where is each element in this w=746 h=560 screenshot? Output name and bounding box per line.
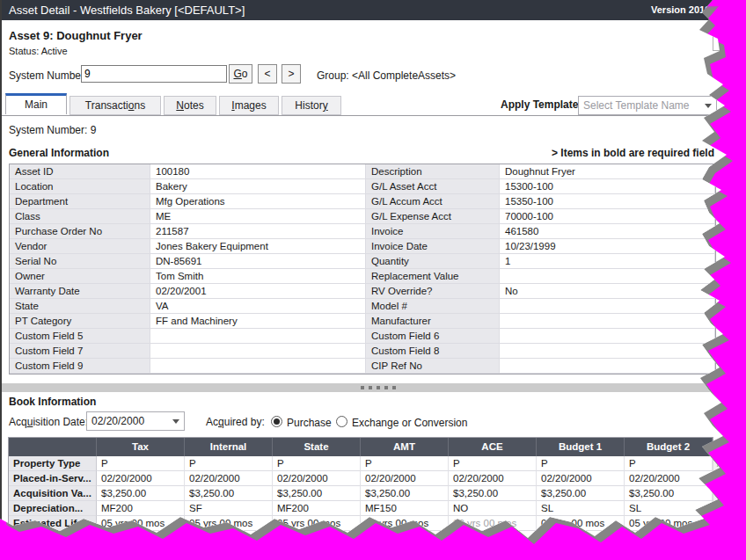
book-cell[interactable]: $3,250.00: [537, 486, 625, 501]
field-value[interactable]: 15350-100: [500, 194, 715, 209]
acquisition-date-combobox[interactable]: 02/20/2000: [86, 411, 185, 431]
book-cell[interactable]: $3,250.00: [97, 486, 185, 501]
field-value[interactable]: [500, 329, 715, 344]
field-value[interactable]: VA: [150, 299, 366, 314]
field-label: Invoice Date: [366, 239, 500, 254]
asset-title: Asset 9: Doughnut Fryer: [9, 29, 143, 42]
book-cell[interactable]: SL: [537, 501, 625, 516]
general-information-heading: General Information: [9, 147, 109, 159]
screenshot-canvas: Asset Detail - Westfields Bakery [<DEFAU…: [0, 0, 746, 560]
go-button-key: G: [233, 68, 241, 80]
tab-images[interactable]: Images: [219, 96, 279, 115]
book-cell[interactable]: 02/20/2000: [185, 471, 273, 486]
field-label: Owner: [10, 269, 150, 284]
field-value[interactable]: [500, 299, 715, 314]
field-label: Quantity: [366, 254, 500, 269]
book-cell[interactable]: P: [537, 456, 625, 471]
book-cell[interactable]: SF: [185, 501, 273, 516]
field-value[interactable]: [150, 344, 366, 359]
field-label: G/L Accum Acct: [366, 194, 500, 209]
book-cell[interactable]: P: [97, 456, 185, 471]
book-cell[interactable]: P: [361, 456, 449, 471]
book-cell[interactable]: $3,250.00: [625, 486, 713, 501]
book-column-header: Budget 2: [625, 438, 713, 456]
book-cell[interactable]: $3,250.00: [273, 486, 361, 501]
field-value[interactable]: 15300-100: [500, 179, 715, 194]
field-label: State: [10, 299, 150, 314]
field-value[interactable]: 461580: [500, 224, 715, 239]
go-button-text: o: [242, 68, 248, 80]
asset-status: Status: Active: [9, 46, 68, 56]
field-value[interactable]: [150, 359, 366, 374]
tab-main[interactable]: Main: [5, 93, 67, 114]
field-value[interactable]: 100180: [150, 164, 366, 179]
next-asset-button[interactable]: >: [282, 64, 301, 84]
book-cell[interactable]: MF150: [361, 501, 449, 516]
field-value[interactable]: Doughnut Fryer: [500, 164, 715, 179]
field-value[interactable]: 02/20/2001: [150, 284, 366, 299]
field-label: Purchase Order No: [10, 224, 150, 239]
book-column-header: [9, 438, 97, 456]
book-cell[interactable]: $3,250.00: [361, 486, 449, 501]
field-value[interactable]: Jones Bakery Equipment: [150, 239, 366, 254]
required-fields-note: > Items in bold are required field: [494, 147, 714, 159]
field-label: Custom Field 6: [366, 329, 500, 344]
tab-notes[interactable]: Notes: [164, 96, 216, 115]
acquired-by-label: Acquired by:: [206, 416, 265, 428]
radio-purchase-label: Purchase: [287, 417, 332, 429]
go-button[interactable]: Go: [229, 64, 252, 84]
book-cell[interactable]: P: [273, 456, 361, 471]
field-value[interactable]: Mfg Operations: [150, 194, 366, 209]
book-cell[interactable]: 02/20/2000: [273, 471, 361, 486]
book-cell[interactable]: P: [449, 456, 537, 471]
book-cell[interactable]: NO: [449, 501, 537, 516]
general-information-table: Asset ID100180DescriptionDoughnut Fryer …: [9, 164, 716, 375]
apply-template-label: Apply Template:: [501, 98, 581, 111]
book-cell[interactable]: 02/20/2000: [361, 471, 449, 486]
field-label: CIP Ref No: [366, 359, 500, 374]
field-value[interactable]: 10/23/1999: [500, 239, 715, 254]
pane-splitter[interactable]: [2, 383, 746, 392]
tab-transactions[interactable]: Transactions: [69, 96, 161, 115]
book-cell[interactable]: MF200: [273, 501, 361, 516]
window-title: Asset Detail - Westfields Bakery [<DEFAU…: [9, 4, 245, 17]
field-value[interactable]: No: [500, 284, 715, 299]
book-row-label: Acquisition Va...: [9, 486, 97, 501]
book-cell[interactable]: 02/20/2000: [97, 471, 185, 486]
radio-purchase[interactable]: [271, 416, 282, 427]
book-cell[interactable]: MF200: [97, 501, 185, 516]
field-label: Custom Field 8: [366, 344, 500, 359]
book-information-heading: Book Information: [9, 396, 96, 408]
apply-template-placeholder: Select Template Name: [583, 99, 690, 112]
tab-history[interactable]: History: [282, 96, 341, 115]
field-value[interactable]: FF and Machinery: [150, 314, 366, 329]
field-value[interactable]: 1: [500, 254, 715, 269]
book-cell[interactable]: 02/20/2000: [537, 471, 625, 486]
book-cell[interactable]: P: [185, 456, 273, 471]
field-value[interactable]: Bakery: [150, 179, 366, 194]
field-value[interactable]: [500, 344, 715, 359]
apply-template-combobox[interactable]: Select Template Name: [578, 96, 717, 115]
field-value[interactable]: [500, 314, 715, 329]
radio-exchange-or-conversion[interactable]: [336, 416, 347, 427]
field-value[interactable]: 70000-100: [500, 209, 715, 224]
field-value[interactable]: 211587: [150, 224, 366, 239]
field-value[interactable]: Tom Smith: [150, 269, 366, 284]
acquisition-date-value: 02/20/2000: [91, 415, 144, 427]
book-cell[interactable]: $3,250.00: [185, 486, 273, 501]
field-label: Class: [10, 209, 150, 224]
field-value[interactable]: ME: [150, 209, 366, 224]
field-value[interactable]: [500, 269, 715, 284]
book-cell[interactable]: $3,250.00: [449, 486, 537, 501]
system-number-input[interactable]: [81, 65, 227, 83]
book-column-header: Internal: [185, 438, 273, 456]
book-cell[interactable]: P: [625, 456, 713, 471]
field-value[interactable]: [150, 329, 366, 344]
system-number-label: System Number:: [9, 69, 87, 82]
field-value[interactable]: [500, 359, 715, 374]
scroll-up-icon[interactable]: ∧: [714, 460, 723, 469]
field-value[interactable]: DN-85691: [150, 254, 366, 269]
previous-asset-button[interactable]: <: [258, 64, 277, 84]
book-information-table: Tax Internal State AMT ACE Budget 1 Budg…: [9, 438, 713, 531]
book-cell[interactable]: 02/20/2000: [449, 471, 537, 486]
